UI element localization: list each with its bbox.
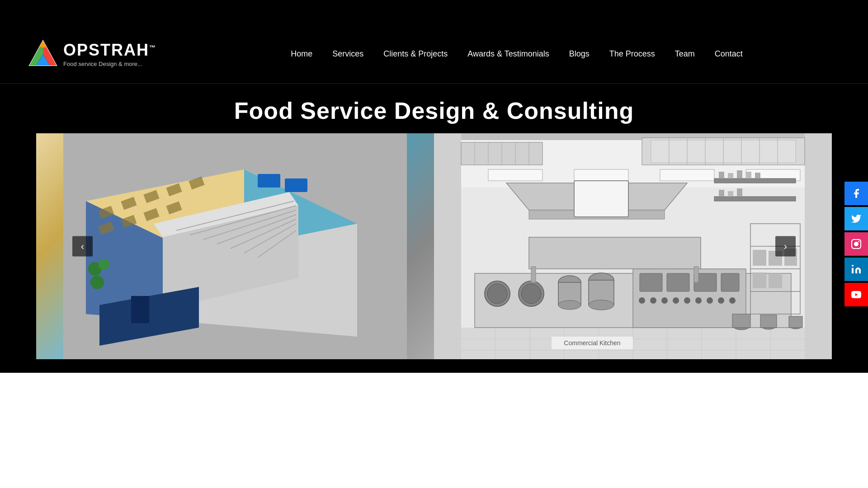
svg-rect-55 (660, 169, 714, 181)
svg-rect-62 (728, 173, 733, 178)
social-instagram[interactable] (844, 232, 868, 256)
svg-rect-68 (737, 188, 742, 197)
logo-icon (27, 38, 59, 70)
svg-rect-117 (531, 267, 536, 282)
svg-rect-59 (714, 178, 796, 183)
svg-rect-132 (852, 268, 854, 273)
svg-point-100 (661, 297, 668, 304)
svg-rect-64 (746, 172, 751, 178)
nav-awards-testimonials[interactable]: Awards & Testimonials (458, 46, 559, 62)
carousel-section: ‹ (0, 133, 868, 359)
social-youtube[interactable] (844, 283, 868, 306)
social-linkedin[interactable] (844, 258, 868, 281)
carousel-left-panel (36, 133, 434, 359)
nav-the-process[interactable]: The Process (599, 46, 665, 62)
svg-text:Commercial Kitchen: Commercial Kitchen (564, 339, 620, 347)
svg-rect-65 (755, 173, 760, 178)
svg-rect-66 (719, 190, 724, 197)
svg-point-99 (650, 297, 656, 304)
svg-rect-114 (753, 272, 766, 288)
svg-rect-53 (488, 169, 542, 181)
svg-point-103 (695, 297, 702, 304)
svg-rect-54 (574, 169, 628, 181)
social-twitter[interactable] (844, 207, 868, 230)
social-facebook[interactable] (844, 182, 868, 205)
svg-point-131 (858, 241, 859, 242)
svg-rect-67 (728, 191, 733, 197)
svg-point-98 (639, 297, 645, 304)
svg-rect-34 (131, 296, 149, 323)
svg-point-102 (684, 297, 690, 304)
svg-rect-60 (714, 197, 796, 201)
logo-text-area: OPSTRAH™ Food service Design & more... (63, 41, 156, 67)
svg-point-106 (729, 297, 736, 304)
svg-point-105 (718, 297, 724, 304)
carousel-right-panel: Commercial Kitchen (434, 133, 832, 359)
page-title: Food Service Design & Consulting (9, 97, 859, 124)
nav-blogs[interactable]: Blogs (559, 46, 599, 62)
svg-point-133 (852, 265, 854, 267)
svg-rect-124 (789, 316, 802, 328)
nav-services[interactable]: Services (322, 46, 373, 62)
svg-rect-111 (753, 250, 766, 266)
svg-rect-97 (721, 273, 739, 291)
carousel-arrow-right[interactable]: › (775, 236, 796, 257)
svg-rect-120 (732, 314, 750, 328)
svg-point-31 (99, 259, 109, 270)
svg-rect-29 (285, 178, 307, 192)
logo-area[interactable]: OPSTRAH™ Food service Design & more... (27, 38, 156, 70)
main-nav: Home Services Clients & Projects Awards … (193, 46, 841, 62)
svg-point-86 (521, 284, 541, 304)
svg-rect-69 (574, 181, 628, 217)
carousel-arrow-left[interactable]: ‹ (72, 236, 93, 257)
carousel-container: ‹ (36, 133, 832, 359)
svg-rect-122 (760, 315, 777, 328)
logo-tagline: Food service Design & more... (63, 61, 156, 67)
svg-point-84 (487, 284, 507, 304)
svg-point-92 (589, 300, 614, 310)
svg-rect-116 (529, 237, 701, 269)
logo-brand: OPSTRAH™ (63, 41, 156, 60)
header: OPSTRAH™ Food service Design & more... H… (0, 25, 868, 84)
svg-point-89 (558, 300, 581, 310)
page-title-section: Food Service Design & Consulting (0, 84, 868, 133)
svg-point-104 (707, 297, 713, 304)
svg-rect-94 (640, 273, 662, 291)
top-bar (0, 0, 868, 25)
svg-rect-61 (719, 172, 724, 178)
svg-rect-115 (769, 273, 782, 288)
nav-contact[interactable]: Contact (705, 46, 753, 62)
svg-rect-95 (667, 273, 689, 291)
svg-rect-118 (694, 267, 698, 282)
svg-point-101 (673, 297, 679, 304)
social-sidebar (844, 182, 868, 306)
svg-point-32 (90, 276, 104, 289)
nav-clients-projects[interactable]: Clients & Projects (373, 46, 458, 62)
nav-team[interactable]: Team (665, 46, 705, 62)
bottom-strip (0, 359, 868, 373)
svg-rect-28 (258, 174, 280, 188)
svg-rect-63 (737, 170, 742, 178)
nav-home[interactable]: Home (281, 46, 322, 62)
